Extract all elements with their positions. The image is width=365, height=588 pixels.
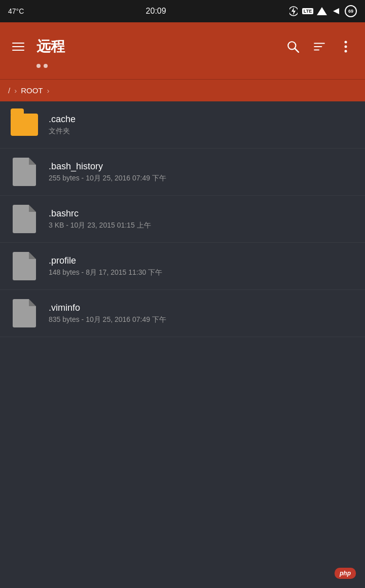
status-time: 20:09 bbox=[146, 7, 166, 16]
file-icon-wrapper bbox=[10, 204, 39, 234]
sort-button[interactable] bbox=[308, 35, 331, 58]
file-name: .cache bbox=[49, 114, 355, 125]
file-doc-icon bbox=[13, 252, 36, 280]
breadcrumb-root[interactable]: ROOT bbox=[21, 86, 43, 95]
breadcrumb-slash[interactable]: / bbox=[8, 86, 10, 95]
app-title: 远程 bbox=[36, 37, 282, 56]
file-list: .cache 文件夹 .bash_history 255 bytes - 10月… bbox=[0, 101, 365, 337]
svg-point-9 bbox=[345, 41, 347, 44]
file-meta: 3 KB - 10月 23, 2015 01:15 上午 bbox=[49, 221, 355, 230]
file-meta: 148 bytes - 8月 17, 2015 11:30 下午 bbox=[49, 268, 355, 277]
menu-line bbox=[12, 50, 24, 51]
list-item[interactable]: .bashrc 3 KB - 10月 23, 2015 01:15 上午 bbox=[0, 196, 365, 243]
file-meta: 文件夹 bbox=[49, 127, 355, 136]
back-icon bbox=[331, 6, 342, 17]
dot-inactive bbox=[44, 64, 48, 68]
breadcrumb-bar: / › ROOT › bbox=[0, 79, 365, 101]
file-doc-fold bbox=[29, 158, 36, 165]
flash-icon bbox=[288, 6, 299, 17]
file-doc-icon bbox=[13, 299, 36, 327]
file-doc-icon bbox=[13, 205, 36, 233]
breadcrumb-chevron1: › bbox=[14, 86, 17, 95]
file-icon-wrapper bbox=[10, 251, 39, 281]
svg-marker-1 bbox=[291, 7, 296, 15]
list-item[interactable]: .bash_history 255 bytes - 10月 25, 2016 0… bbox=[0, 149, 365, 196]
indicator-dots bbox=[8, 64, 357, 72]
app-bar-actions bbox=[282, 35, 357, 58]
file-doc-icon bbox=[13, 158, 36, 186]
svg-line-5 bbox=[295, 48, 299, 52]
file-name: .bash_history bbox=[49, 161, 355, 172]
file-doc-fold bbox=[29, 252, 36, 259]
file-info: .bash_history 255 bytes - 10月 25, 2016 0… bbox=[49, 161, 355, 183]
menu-line bbox=[12, 46, 24, 47]
menu-line bbox=[12, 43, 24, 44]
folder-icon-wrapper bbox=[10, 109, 39, 140]
svg-point-10 bbox=[345, 46, 347, 48]
file-info: .profile 148 bytes - 8月 17, 2015 11:30 下… bbox=[49, 255, 355, 277]
svg-point-11 bbox=[345, 50, 347, 53]
file-meta: 255 bytes - 10月 25, 2016 07:49 下午 bbox=[49, 174, 355, 183]
list-item[interactable]: .viminfo 835 bytes - 10月 25, 2016 07:49 … bbox=[0, 290, 365, 337]
lte-icon: LTE bbox=[302, 6, 313, 17]
file-info: .viminfo 835 bytes - 10月 25, 2016 07:49 … bbox=[49, 303, 355, 324]
file-name: .viminfo bbox=[49, 303, 355, 313]
signal-icon bbox=[316, 6, 327, 17]
battery-icon: 69 bbox=[345, 5, 357, 17]
file-icon-wrapper bbox=[10, 157, 39, 187]
more-button[interactable] bbox=[335, 35, 357, 58]
file-name: .profile bbox=[49, 255, 355, 266]
breadcrumb-chevron2: › bbox=[47, 86, 50, 95]
status-icons: LTE 69 bbox=[288, 5, 357, 17]
app-bar: 远程 bbox=[0, 22, 365, 79]
dot-active bbox=[36, 64, 41, 68]
svg-marker-3 bbox=[333, 8, 339, 14]
file-meta: 835 bytes - 10月 25, 2016 07:49 下午 bbox=[49, 315, 355, 324]
menu-button[interactable] bbox=[8, 35, 30, 58]
list-item[interactable]: .profile 148 bytes - 8月 17, 2015 11:30 下… bbox=[0, 243, 365, 290]
file-info: .bashrc 3 KB - 10月 23, 2015 01:15 上午 bbox=[49, 208, 355, 230]
folder-icon bbox=[11, 114, 38, 136]
file-doc-fold bbox=[29, 299, 36, 306]
list-item[interactable]: .cache 文件夹 bbox=[0, 101, 365, 149]
file-icon-wrapper bbox=[10, 298, 39, 328]
file-doc-fold bbox=[29, 205, 36, 212]
file-info: .cache 文件夹 bbox=[49, 114, 355, 136]
search-button[interactable] bbox=[282, 35, 304, 58]
svg-marker-2 bbox=[317, 7, 327, 15]
status-bar: 47°C 20:09 LTE 69 bbox=[0, 0, 365, 22]
status-temperature: 47°C bbox=[8, 7, 24, 15]
php-badge: php bbox=[335, 568, 356, 579]
file-name: .bashrc bbox=[49, 208, 355, 219]
